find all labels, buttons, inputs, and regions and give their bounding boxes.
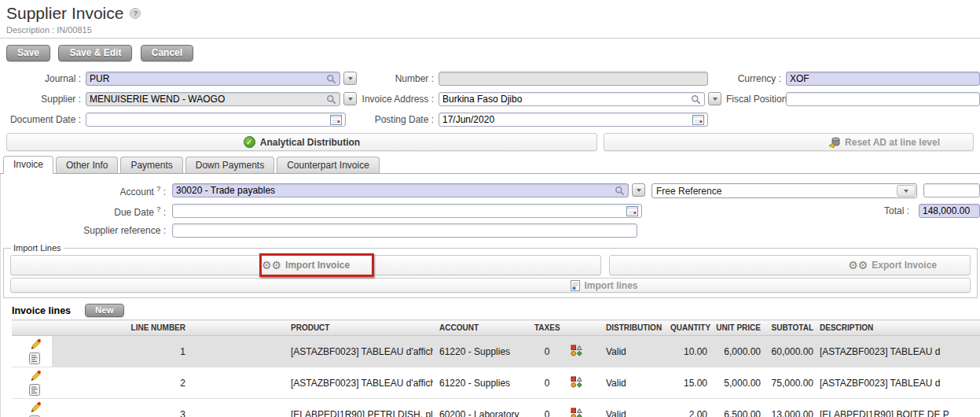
chevron-down-icon [897,185,916,197]
currency-label: Currency : [726,72,781,86]
edit-pencil-icon[interactable] [29,370,49,382]
invoice-lines-title: Invoice lines [12,305,71,316]
import-lines-legend: Import Lines [11,243,64,253]
distribution-shapes-icon[interactable] [571,376,582,388]
number-field[interactable] [439,72,708,86]
col-product: PRODUCT [288,320,433,336]
reference-value-input[interactable] [923,183,980,197]
page-title: Supplier Invoice [6,4,123,23]
action-toolbar: Save Save & Edit Cancel [0,39,980,62]
edit-pencil-icon[interactable] [29,338,49,351]
help-icon[interactable]: ? [130,8,141,19]
cancel-button[interactable]: Cancel [141,45,193,61]
supplier-invoice-page: Supplier Invoice ? Description : IN/0081… [0,0,980,417]
account-label: Account ? : [1,183,166,197]
account-field[interactable]: 30020 - Trade payables [172,183,629,197]
search-icon[interactable] [326,94,336,105]
document-date-label: Document Date : [0,113,81,127]
reset-ad-button[interactable]: Reset AD at line level [604,133,974,151]
due-date-field[interactable] [172,204,642,218]
import-invoice-button[interactable]: ⚙⚙ Import Invoice [10,255,601,275]
import-lines-button[interactable]: Import lines [10,278,971,293]
tab-down-payments[interactable]: Down Payments [185,157,274,173]
edit-pencil-icon[interactable] [29,401,49,414]
document-icon [571,280,580,291]
document-date-field[interactable] [86,113,346,127]
calendar-icon[interactable] [692,115,704,125]
reset-icon [828,136,841,148]
supplier-dropdown-button[interactable] [343,92,357,105]
total-field: 148,000.00 [919,204,980,218]
invoice-address-field[interactable]: Burkina Faso Djibo [439,92,705,106]
col-unit-price: UNIT PRICE [710,320,764,336]
green-check-icon: ✓ [244,136,255,148]
invoice-tab-content: Account ? : 30020 - Trade payables Free … [0,174,980,417]
invoice-line-row[interactable]: 2 [ASTAZBF0023] TABLEAU d'affichage, dim… [12,367,980,399]
supplier-label: Supplier : [0,92,81,106]
invoice-address-label: Invoice Address : [362,92,434,106]
new-line-button[interactable]: New [85,304,124,317]
search-icon[interactable] [326,74,336,84]
export-invoice-button[interactable]: ⚙⚙ Export Invoice [609,255,971,275]
record-description: Description : IN/00815 [6,25,980,35]
chevron-down-icon [348,98,353,101]
journal-field[interactable]: PUR [86,72,340,86]
form-view-icon[interactable] [29,384,49,396]
save-edit-button[interactable]: Save & Edit [58,45,132,61]
col-description: DESCRIPTION [817,320,980,336]
table-header-row: LINE NUMBER PRODUCT ACCOUNT TAXES DISTRI… [12,320,980,336]
search-icon[interactable] [615,186,625,196]
chevron-down-icon [713,98,718,101]
analytic-button-row: ✓ Analytical Distribution Reset AD at li… [6,133,974,151]
supplier-reference-label: Supplier reference : [1,223,166,236]
distribution-shapes-icon[interactable] [571,408,582,417]
reference-type-select[interactable]: Free Reference [651,183,917,198]
calendar-icon[interactable] [626,206,638,216]
invoice-line-row[interactable]: 1 [ASTAZBF0023] TABLEAU d'affichage, dim… [12,336,980,367]
analytical-distribution-button[interactable]: ✓ Analytical Distribution [6,133,597,151]
form-view-icon[interactable] [29,352,49,364]
col-line-number: LINE NUMBER [52,320,193,336]
col-taxes: TAXES [531,320,563,336]
currency-field[interactable]: XOF [786,72,980,86]
tab-other-info[interactable]: Other Info [56,157,118,173]
tab-payments[interactable]: Payments [120,157,182,173]
save-button[interactable]: Save [6,45,50,61]
col-distribution: DISTRIBUTION [590,320,667,336]
supplier-field[interactable]: MENUISERIE WEND - WAOGO [86,92,340,106]
invoice-line-row[interactable]: 3 [ELABPEDI1R90] PETRI DISH, plastic, st… [12,399,980,417]
fiscal-position-field[interactable] [786,92,980,106]
calendar-icon[interactable] [330,115,342,125]
col-account: ACCOUNT [433,320,531,336]
invoice-lines-header: Invoice lines New [12,304,980,317]
distribution-shapes-icon[interactable] [571,345,582,356]
header-form: Journal : PUR Number : Currency : XOF Su… [0,72,980,127]
due-date-label: Due Date ? : [1,204,166,218]
col-quantity: QUANTITY [667,320,710,336]
chevron-down-icon [348,77,353,80]
posting-date-label: Posting Date : [362,113,434,127]
gears-icon: ⚙⚙ [262,260,281,271]
notebook-tabs: Invoice Other Info Payments Down Payment… [0,155,980,174]
invoice-lines-table: LINE NUMBER PRODUCT ACCOUNT TAXES DISTRI… [12,319,980,417]
page-header: Supplier Invoice ? Description : IN/0081… [0,0,980,39]
chevron-down-icon [637,189,641,192]
journal-dropdown-button[interactable] [343,72,357,85]
invoice-address-dropdown-button[interactable] [708,92,721,105]
col-subtotal: SUBTOTAL [764,320,817,336]
tab-invoice[interactable]: Invoice [3,156,53,174]
posting-date-field[interactable]: 17/Jun/2020 [439,113,708,127]
tab-counterpart-invoice[interactable]: Counterpart Invoice [277,157,380,173]
fiscal-position-label: Fiscal Position : [726,92,781,106]
import-lines-fieldset: Import Lines ⚙⚙ Import Invoice ⚙⚙ Export… [3,243,978,298]
number-label: Number : [362,72,434,86]
gears-icon: ⚙⚙ [848,260,868,271]
journal-label: Journal : [0,72,81,86]
total-label: Total : [884,205,909,216]
search-icon[interactable] [691,94,701,105]
account-dropdown-button[interactable] [632,183,645,197]
supplier-reference-input[interactable] [172,223,637,238]
